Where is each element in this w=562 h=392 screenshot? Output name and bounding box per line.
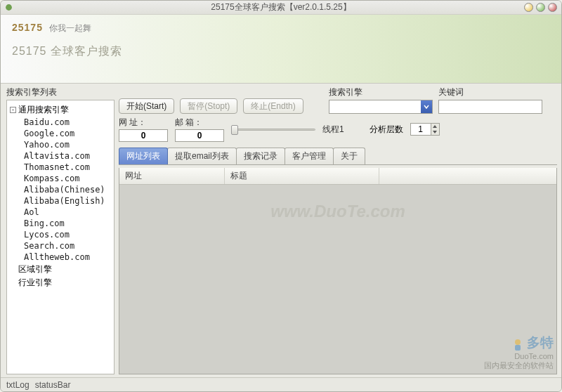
list-area: 网址 标题 www.DuoTe.com — [119, 168, 557, 374]
keyword-label: 关键词 — [438, 86, 542, 98]
mail-count-label: 邮 箱： — [175, 117, 202, 129]
tree-item[interactable]: Alibaba(Chinese) — [24, 184, 112, 195]
tree-children: Baidu.com Google.com Yahoo.com Altavista… — [24, 117, 112, 263]
mail-count-group: 邮 箱： 0 — [175, 117, 224, 142]
engine-field: 搜索引擎 — [329, 86, 433, 114]
maximize-button[interactable] — [536, 3, 545, 12]
collapse-icon[interactable]: - — [10, 107, 16, 113]
tree-root-label: 行业引擎 — [18, 277, 52, 289]
watermark: www.DuoTe.com — [270, 202, 405, 221]
sidebar: 搜索引擎列表 - 通用搜索引擎 Baidu.com Google.com Yah… — [6, 86, 115, 374]
tree-item[interactable]: Yahoo.com — [24, 139, 112, 150]
tab-about[interactable]: 关于 — [333, 148, 365, 164]
slider-track — [231, 129, 315, 131]
tree-item[interactable]: Aol — [24, 207, 112, 218]
engine-tree[interactable]: - 通用搜索引擎 Baidu.com Google.com Yahoo.com … — [6, 100, 115, 374]
window-title: 25175全球客户搜索【ver2.0.1.5.25】 — [211, 1, 351, 13]
spinner-up-icon[interactable] — [431, 124, 439, 129]
tab-email-list[interactable]: 提取email列表 — [167, 148, 237, 164]
status-bar-label: statusBar — [35, 380, 71, 390]
tab-search-log[interactable]: 搜索记录 — [236, 148, 285, 164]
tabs: 网址列表 提取email列表 搜索记录 客户管理 关于 — [119, 148, 557, 165]
banner-logo: 25175 — [12, 22, 43, 33]
thread-slider[interactable] — [231, 122, 315, 136]
sidebar-title: 搜索引擎列表 — [6, 86, 115, 98]
tree-root-industry[interactable]: 行业引擎 — [8, 276, 112, 289]
titlebar: 25175全球客户搜索【ver2.0.1.5.25】 — [1, 1, 561, 15]
list-col-url[interactable]: 网址 — [119, 168, 225, 184]
spinner-buttons — [431, 124, 439, 135]
start-button[interactable]: 开始(Start) — [119, 98, 174, 114]
list-body[interactable]: www.DuoTe.com — [119, 185, 556, 374]
list-col-title[interactable]: 标题 — [225, 168, 379, 184]
control-row-2: 网 址： 0 邮 箱： 0 线程1 分析层数 1 — [119, 117, 557, 142]
app-menu-icon[interactable] — [5, 4, 13, 11]
keyword-field: 关键词 — [438, 86, 542, 114]
tree-item[interactable]: Bing.com — [24, 218, 112, 229]
close-button[interactable] — [548, 3, 557, 12]
url-count-label: 网 址： — [119, 117, 146, 129]
tree-item[interactable]: Kompass.com — [24, 173, 112, 184]
tab-url-list[interactable]: 网址列表 — [119, 148, 168, 164]
tab-customer[interactable]: 客户管理 — [285, 148, 334, 164]
app-window: 25175全球客户搜索【ver2.0.1.5.25】 25175 你我一起舞 2… — [0, 0, 562, 392]
depth-label: 分析层数 — [370, 124, 403, 136]
tree-root-region[interactable]: 区域引擎 — [8, 263, 112, 276]
chevron-down-icon[interactable] — [421, 100, 432, 113]
url-count-value: 0 — [119, 129, 168, 142]
list-header: 网址 标题 — [119, 168, 556, 185]
window-controls — [524, 3, 557, 12]
spinner-down-icon[interactable] — [431, 129, 439, 135]
tree-item[interactable]: Alibaba(English) — [24, 195, 112, 207]
banner-title: 25175 全球客户搜索 — [12, 44, 550, 59]
pause-button[interactable]: 暂停(Stopt) — [180, 98, 237, 114]
tree-item[interactable]: Google.com — [24, 128, 112, 139]
tree-root-label: 区域引擎 — [18, 263, 52, 275]
depth-value: 1 — [411, 124, 431, 135]
banner-slogan: 你我一起舞 — [49, 23, 91, 33]
minimize-button[interactable] — [524, 3, 533, 12]
banner: 25175 你我一起舞 25175 全球客户搜索 — [1, 15, 561, 84]
engine-combo[interactable] — [329, 100, 433, 114]
status-txtlog: txtLog — [6, 380, 30, 390]
url-count-group: 网 址： 0 — [119, 117, 168, 142]
keyword-input[interactable] — [438, 100, 542, 114]
tree-item[interactable]: Altavista.com — [24, 150, 112, 162]
control-row-1: 开始(Start) 暂停(Stopt) 终止(Endth) 搜索引擎 关键词 — [119, 86, 557, 114]
tree-item[interactable]: Lycos.com — [24, 229, 112, 240]
tree-root-label: 通用搜索引擎 — [18, 104, 69, 116]
thread-label: 线程1 — [322, 124, 344, 136]
tree-item[interactable]: Search.com — [24, 240, 112, 251]
end-button[interactable]: 终止(Endth) — [243, 98, 303, 114]
tree-root-general[interactable]: - 通用搜索引擎 — [8, 103, 112, 117]
mail-count-value: 0 — [175, 129, 224, 142]
svg-point-0 — [6, 4, 12, 11]
tree-item[interactable]: Thomasnet.com — [24, 162, 112, 173]
main-panel: 开始(Start) 暂停(Stopt) 终止(Endth) 搜索引擎 关键词 — [119, 86, 557, 374]
body: 搜索引擎列表 - 通用搜索引擎 Baidu.com Google.com Yah… — [1, 84, 561, 377]
tree-item[interactable]: Alltheweb.com — [24, 251, 112, 263]
engine-label: 搜索引擎 — [329, 86, 433, 98]
depth-spinner[interactable]: 1 — [410, 123, 440, 136]
tree-item[interactable]: Baidu.com — [24, 117, 112, 128]
slider-thumb[interactable] — [231, 125, 238, 135]
statusbar: txtLog statusBar — [1, 377, 561, 391]
